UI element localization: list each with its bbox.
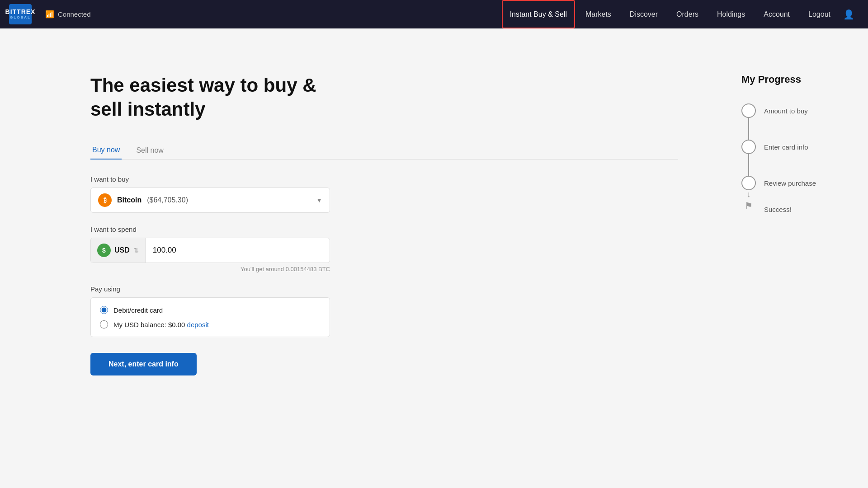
step-circle-2 [741,140,756,154]
step-label-card: Enter card info [764,140,816,154]
logo-area: BITTREX GLOBAL [9,4,32,24]
connector-line-1 [748,118,749,140]
amount-input[interactable] [146,240,330,260]
spend-label: I want to spend [90,225,678,233]
user-icon[interactable]: 👤 [839,9,859,20]
nav-holdings[interactable]: Holdings [709,0,753,28]
nav-orders[interactable]: Orders [668,0,707,28]
logo-icon: BITTREX GLOBAL [9,4,32,24]
tab-sell-now[interactable]: Sell now [134,141,165,159]
tabs: Buy now Sell now [90,141,678,160]
nav-account[interactable]: Account [755,0,798,28]
arrow-down-icon: ↓ [747,190,751,198]
pay-option-balance: My USD balance: $0.00 deposit [100,320,321,328]
chevron-down-icon: ▼ [316,197,322,204]
bitcoin-icon: ₿ [98,193,112,207]
currency-label: USD [114,246,130,254]
coin-selector[interactable]: ₿ Bitcoin ($64,705.30) ▼ [90,188,330,213]
pay-card-label: Debit/credit card [113,306,163,314]
nav-logout[interactable]: Logout [800,0,839,28]
progress-title: My Progress [741,74,850,85]
conversion-hint: You'll get around 0.00154483 BTC [90,266,330,272]
pay-box: Debit/credit card My USD balance: $0.00 … [90,297,330,337]
logo-top: BITTREX [5,9,36,15]
step-circle-3 [741,176,756,190]
flag-icon: ⚑ [741,198,756,213]
pay-balance-radio[interactable] [100,320,108,328]
logo-bottom: GLOBAL [10,16,31,20]
steps-labels: Amount to buy Enter card info Review pur… [764,103,816,216]
coin-price: ($64,705.30) [147,196,188,204]
step-label-success: Success! [764,202,816,216]
pay-label: Pay using [90,285,678,293]
deposit-link[interactable]: deposit [187,321,209,328]
left-panel: The easiest way to buy & sell instantly … [0,28,714,488]
currency-selector[interactable]: $ USD ⇅ [91,238,146,263]
next-button[interactable]: Next, enter card info [90,353,197,375]
steps-connectors: ↓ ⚑ [741,103,756,216]
progress-steps: ↓ ⚑ Amount to buy Enter card info Review… [741,103,850,216]
currency-swap-icon[interactable]: ⇅ [133,247,139,254]
spend-form-group: I want to spend $ USD ⇅ You'll get aroun… [90,225,678,272]
wifi-icon: 📶 [45,10,54,19]
pay-form-group: Pay using Debit/credit card My USD balan… [90,285,678,337]
hero-title: The easiest way to buy & sell instantly [90,74,335,121]
right-panel: My Progress ↓ ⚑ Amount to buy [714,28,868,488]
nav-links: Instant Buy & Sell Markets Discover Orde… [502,0,839,28]
coin-name: Bitcoin [117,196,142,204]
connected-label: Connected [58,10,91,18]
connector-line-2 [748,154,749,176]
connection-status: 📶 Connected [45,10,91,19]
step-label-review: Review purchase [764,176,816,190]
main-content: The easiest way to buy & sell instantly … [0,28,868,488]
step-label-amount: Amount to buy [764,103,816,118]
step-circle-1 [741,103,756,118]
nav-discover[interactable]: Discover [622,0,666,28]
buy-form-group: I want to buy ₿ Bitcoin ($64,705.30) ▼ [90,175,678,213]
spend-box: $ USD ⇅ [90,238,330,263]
navbar: BITTREX GLOBAL 📶 Connected Instant Buy &… [0,0,868,28]
usd-icon: $ [97,244,111,257]
tab-buy-now[interactable]: Buy now [90,141,122,160]
nav-instant-buy-sell[interactable]: Instant Buy & Sell [502,0,575,28]
pay-balance-label: My USD balance: $0.00 deposit [113,321,209,328]
nav-markets[interactable]: Markets [577,0,619,28]
pay-card-radio[interactable] [100,306,108,314]
pay-option-card: Debit/credit card [100,306,321,314]
buy-label: I want to buy [90,175,678,183]
